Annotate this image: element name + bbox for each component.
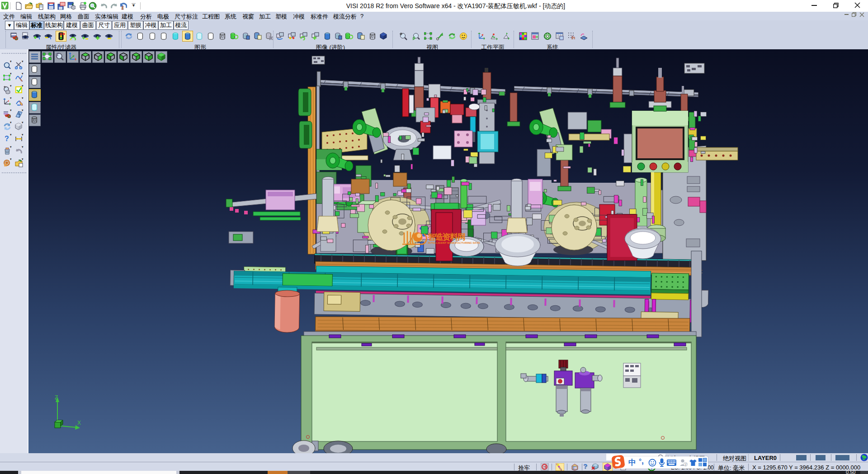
svg-text:?: ?: [5, 135, 9, 142]
svg-text:INTELLIGENT MANUFACTURING DATA: INTELLIGENT MANUFACTURING DATA: [428, 241, 480, 244]
svg-text:Z: Z: [55, 394, 58, 401]
svg-text:X: X: [77, 420, 81, 426]
svg-text:智造资料网: 智造资料网: [427, 232, 466, 242]
svg-text:7: 7: [685, 463, 687, 466]
